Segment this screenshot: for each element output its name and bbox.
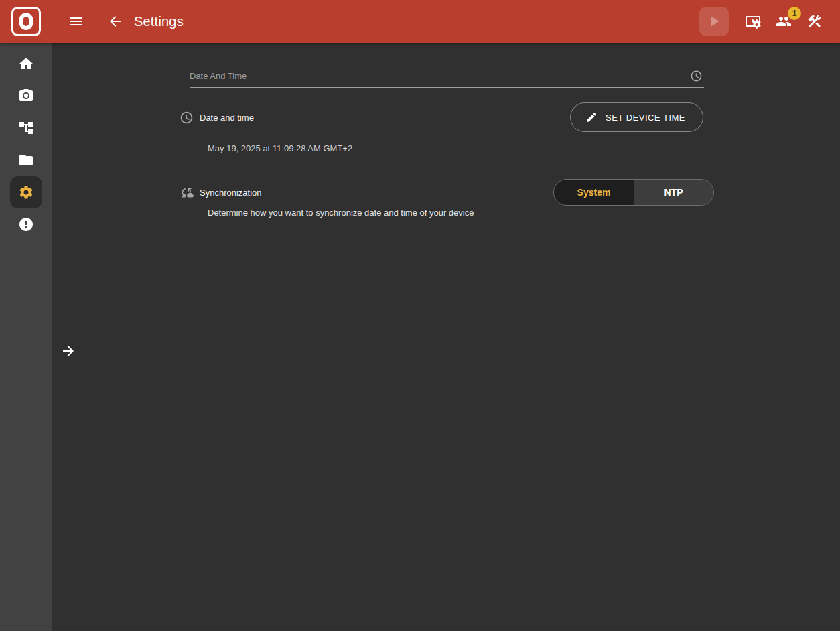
set-device-time-button[interactable]: SET DEVICE TIME	[570, 102, 703, 132]
sidebar-item-files[interactable]	[10, 144, 42, 176]
pencil-icon	[585, 111, 598, 123]
set-device-time-label: SET DEVICE TIME	[606, 113, 685, 123]
top-app-bar: Settings 1	[0, 0, 840, 43]
synchronization-label: Synchronization	[200, 188, 262, 198]
back-arrow-icon	[107, 13, 123, 29]
cloud-sync-icon	[180, 186, 194, 200]
menu-button[interactable]	[63, 8, 90, 35]
sidebar-item-device-tree[interactable]	[10, 112, 42, 144]
sidebar-nav	[0, 43, 52, 631]
logo-icon	[11, 7, 41, 36]
app-window: Settings 1	[0, 0, 840, 631]
settings-content: Date And Time Date and time SET DEVICE T…	[52, 43, 840, 631]
video-settings-icon	[745, 13, 761, 29]
sidebar-item-home[interactable]	[10, 48, 42, 80]
alert-icon	[18, 216, 34, 232]
maintenance-button[interactable]	[801, 8, 828, 35]
device-tree-icon	[18, 120, 34, 136]
date-and-time-field-label: Date And Time	[190, 71, 690, 81]
current-device-time: May 19, 2025 at 11:09:28 AM GMT+2	[208, 143, 352, 154]
gear-icon	[18, 184, 34, 200]
menu-icon	[68, 13, 84, 29]
notification-badge: 1	[788, 7, 801, 20]
sidebar-item-cameras[interactable]	[10, 80, 42, 112]
users-button[interactable]: 1	[770, 8, 797, 35]
video-settings-button[interactable]	[740, 8, 766, 35]
expand-sidebar-button[interactable]	[58, 340, 79, 362]
construction-icon	[807, 13, 823, 29]
back-button[interactable]	[102, 8, 129, 35]
synchronization-description: Determine how you want to synchronize da…	[208, 208, 474, 218]
play-icon	[705, 13, 723, 30]
home-icon	[18, 56, 34, 72]
sync-mode-toggle: System NTP	[553, 179, 714, 206]
sync-option-ntp[interactable]: NTP	[634, 180, 713, 205]
arrow-right-icon	[60, 343, 76, 359]
clock-icon[interactable]	[690, 70, 703, 82]
sidebar-item-settings[interactable]	[10, 176, 42, 208]
clock-icon	[180, 111, 194, 125]
sync-option-system[interactable]: System	[554, 180, 634, 205]
play-button[interactable]	[699, 7, 729, 36]
topbar-actions: 1	[699, 7, 840, 36]
synchronization-row: Synchronization System NTP	[180, 179, 714, 206]
date-and-time-field[interactable]: Date And Time	[190, 65, 704, 88]
page-title: Settings	[134, 14, 184, 29]
folder-icon	[18, 152, 34, 168]
camera-icon	[18, 88, 34, 104]
date-time-label: Date and time	[200, 113, 254, 123]
date-time-row: Date and time SET DEVICE TIME	[180, 102, 703, 132]
app-logo	[0, 0, 52, 43]
sidebar-item-alerts[interactable]	[10, 208, 42, 240]
